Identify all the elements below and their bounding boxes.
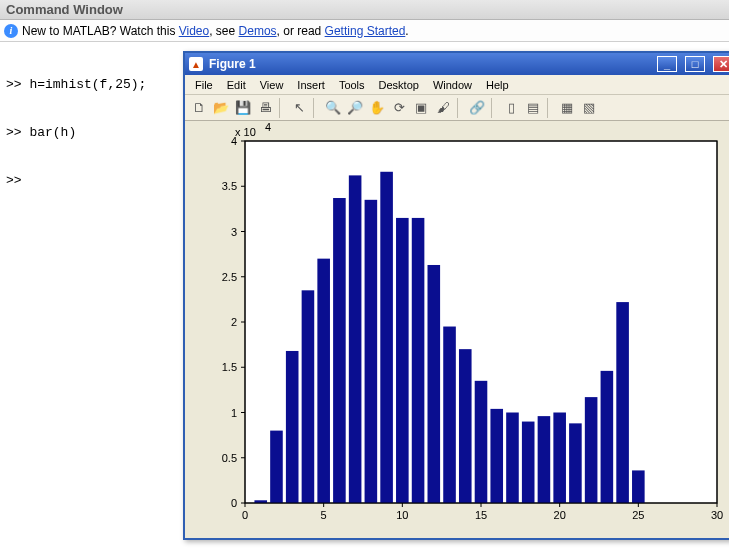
hide-icon[interactable]: ▦ xyxy=(557,98,577,118)
menu-edit[interactable]: Edit xyxy=(221,77,252,93)
svg-text:0: 0 xyxy=(242,509,248,521)
svg-text:4: 4 xyxy=(265,121,271,133)
close-button[interactable]: ✕ xyxy=(713,56,729,72)
svg-rect-25 xyxy=(632,470,645,503)
svg-text:25: 25 xyxy=(632,509,644,521)
svg-text:5: 5 xyxy=(321,509,327,521)
svg-rect-20 xyxy=(553,413,566,504)
svg-text:2: 2 xyxy=(231,316,237,328)
menu-desktop[interactable]: Desktop xyxy=(373,77,425,93)
link-video[interactable]: Video xyxy=(179,24,209,38)
svg-rect-10 xyxy=(396,218,409,503)
link-icon[interactable]: 🔗 xyxy=(467,98,487,118)
svg-rect-13 xyxy=(443,327,456,503)
svg-rect-3 xyxy=(286,351,299,503)
svg-text:0: 0 xyxy=(231,497,237,509)
minimize-button[interactable]: _ xyxy=(657,56,677,72)
matlab-icon: ▲ xyxy=(189,57,203,71)
save-icon[interactable]: 💾 xyxy=(233,98,253,118)
info-suffix: . xyxy=(405,24,408,38)
svg-rect-22 xyxy=(585,397,598,503)
svg-text:2.5: 2.5 xyxy=(222,271,237,283)
svg-rect-6 xyxy=(333,198,346,503)
toolbar-separator xyxy=(457,98,463,118)
svg-text:10: 10 xyxy=(396,509,408,521)
info-prefix: New to MATLAB? Watch this xyxy=(22,24,179,38)
info-bar: i New to MATLAB? Watch this Video, see D… xyxy=(0,20,729,42)
legend-icon[interactable]: ▤ xyxy=(523,98,543,118)
menu-help[interactable]: Help xyxy=(480,77,515,93)
figure-title-text: Figure 1 xyxy=(209,57,256,71)
svg-rect-17 xyxy=(506,413,519,504)
open-icon[interactable]: 📂 xyxy=(211,98,231,118)
svg-text:3.5: 3.5 xyxy=(222,180,237,192)
figure-window[interactable]: ▲ Figure 1 _ □ ✕ File Edit View Insert T… xyxy=(183,51,729,540)
info-mid2: , or read xyxy=(277,24,325,38)
svg-rect-5 xyxy=(317,259,330,503)
svg-rect-21 xyxy=(569,423,582,503)
svg-rect-23 xyxy=(601,371,614,503)
zoomin-icon[interactable]: 🔍 xyxy=(323,98,343,118)
command-window-title-text: Command Window xyxy=(6,2,123,17)
svg-rect-9 xyxy=(380,172,393,503)
show-icon[interactable]: ▧ xyxy=(579,98,599,118)
info-text: New to MATLAB? Watch this Video, see Dem… xyxy=(22,24,409,38)
datatip-icon[interactable]: ▣ xyxy=(411,98,431,118)
menu-tools[interactable]: Tools xyxy=(333,77,371,93)
pointer-icon[interactable]: ↖ xyxy=(289,98,309,118)
toolbar-separator xyxy=(547,98,553,118)
svg-rect-11 xyxy=(412,218,425,503)
svg-rect-24 xyxy=(616,302,629,503)
svg-rect-12 xyxy=(428,265,441,503)
toolbar-separator xyxy=(491,98,497,118)
zoomout-icon[interactable]: 🔎 xyxy=(345,98,365,118)
svg-text:x 10: x 10 xyxy=(235,126,256,138)
svg-rect-8 xyxy=(365,200,378,503)
svg-rect-7 xyxy=(349,175,362,503)
pan-icon[interactable]: ✋ xyxy=(367,98,387,118)
link-getting-started[interactable]: Getting Started xyxy=(325,24,406,38)
svg-rect-15 xyxy=(475,381,488,503)
figure-menubar: File Edit View Insert Tools Desktop Wind… xyxy=(185,75,729,95)
svg-text:1: 1 xyxy=(231,407,237,419)
svg-rect-14 xyxy=(459,349,472,503)
brush-icon[interactable]: 🖌 xyxy=(433,98,453,118)
svg-text:15: 15 xyxy=(475,509,487,521)
svg-text:20: 20 xyxy=(554,509,566,521)
svg-rect-4 xyxy=(302,290,315,503)
svg-text:3: 3 xyxy=(231,226,237,238)
rotate-icon[interactable]: ⟳ xyxy=(389,98,409,118)
info-icon: i xyxy=(4,24,18,38)
print-icon[interactable]: 🖶 xyxy=(255,98,275,118)
figure-titlebar[interactable]: ▲ Figure 1 _ □ ✕ xyxy=(185,53,729,75)
link-demos[interactable]: Demos xyxy=(239,24,277,38)
menu-view[interactable]: View xyxy=(254,77,290,93)
toolbar-separator xyxy=(313,98,319,118)
new-icon[interactable]: 🗋 xyxy=(189,98,209,118)
svg-text:30: 30 xyxy=(711,509,723,521)
svg-rect-2 xyxy=(270,431,283,503)
info-mid1: , see xyxy=(209,24,238,38)
svg-rect-19 xyxy=(538,416,551,503)
svg-rect-16 xyxy=(490,409,503,503)
chart: 05101520253000.511.522.533.54x 104 xyxy=(185,121,729,538)
menu-insert[interactable]: Insert xyxy=(291,77,331,93)
svg-text:1.5: 1.5 xyxy=(222,361,237,373)
svg-text:0.5: 0.5 xyxy=(222,452,237,464)
menu-window[interactable]: Window xyxy=(427,77,478,93)
colorbar-icon[interactable]: ▯ xyxy=(501,98,521,118)
maximize-button[interactable]: □ xyxy=(685,56,705,72)
figure-canvas[interactable]: 05101520253000.511.522.533.54x 104 xyxy=(185,121,729,538)
figure-toolbar: 🗋 📂 💾 🖶 ↖ 🔍 🔎 ✋ ⟳ ▣ 🖌 🔗 ▯ ▤ ▦ ▧ xyxy=(185,95,729,121)
toolbar-separator xyxy=(279,98,285,118)
menu-file[interactable]: File xyxy=(189,77,219,93)
svg-rect-18 xyxy=(522,422,535,503)
command-window-title: Command Window xyxy=(0,0,729,20)
